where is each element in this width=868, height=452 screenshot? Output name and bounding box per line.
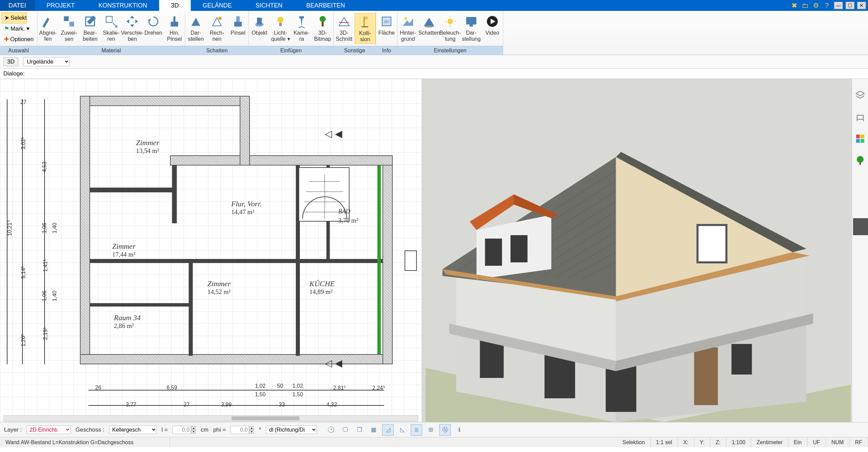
tool-abgreifen[interactable]: Abgrei-fen: [37, 13, 58, 43]
tool-bearbeiten[interactable]: Bear-beiten: [80, 13, 101, 43]
cubes-icon[interactable]: ❒: [354, 424, 365, 436]
tool-hintergrund[interactable]: Hinter-grund: [397, 13, 419, 43]
menu-3d[interactable]: 3D: [159, 0, 191, 11]
direction-select[interactable]: dl (Richtung/Di: [266, 425, 317, 434]
objekt-icon: [252, 14, 267, 29]
minimize-button[interactable]: —: [834, 2, 843, 9]
dim-label: 1,50: [292, 392, 303, 398]
phi-spinner[interactable]: ▲▼: [231, 426, 254, 434]
hinpinsel-icon: [167, 14, 182, 29]
horizontal-scrollbar[interactable]: [3, 415, 418, 421]
dim-label: 1,40: [52, 223, 58, 233]
ribbon-group-info: m²FlächeInfo: [376, 11, 397, 55]
tool-label: Skalie-ren: [103, 30, 120, 42]
svg-rect-75: [856, 135, 860, 138]
tool-3dbitmap[interactable]: 3D-Bitmap: [312, 13, 333, 43]
tool-lichtquelle[interactable]: Licht-quelle ▾: [270, 13, 291, 43]
folder-icon[interactable]: 🗀: [801, 1, 810, 10]
wall: [172, 166, 177, 223]
terrain-select[interactable]: Urgelände: [23, 57, 70, 66]
snap2-icon[interactable]: ◺: [396, 424, 408, 436]
svg-rect-80: [860, 162, 861, 165]
tool-pinsel[interactable]: Pinsel: [227, 13, 249, 37]
mark-button[interactable]: ⚑ Mark.▾: [1, 23, 30, 34]
tool-kamera[interactable]: Kame-ra: [291, 13, 312, 43]
tool-objekt[interactable]: Objekt: [249, 13, 270, 37]
beleuchtung-icon: [443, 14, 457, 29]
menu-konstruktion[interactable]: KONSTRUKTION: [87, 0, 159, 11]
tool-hinpinsel[interactable]: Hin.Pinsel: [164, 13, 185, 43]
tool-darstellung[interactable]: Dar-stellung: [461, 13, 482, 43]
ribbon-group-einfügen: ObjektLicht-quelle ▾Kame-ra3D-BitmapEinf…: [249, 11, 334, 55]
furniture-icon[interactable]: [854, 111, 866, 123]
tool-skalieren[interactable]: Skalie-ren: [101, 13, 122, 43]
tool-label: 3D-Schnitt: [336, 30, 353, 42]
3dschnitt-icon: [337, 14, 351, 29]
tool-icon[interactable]: ✖: [790, 1, 799, 10]
dim-label: 1,02: [255, 383, 266, 389]
tool-video[interactable]: Video: [482, 13, 503, 37]
svg-rect-65: [606, 364, 636, 412]
status-context: Wand AW-Bestand L=Konstruktion G=Dachges…: [0, 437, 170, 447]
svg-text:m²: m²: [384, 19, 389, 24]
lichtquelle-icon: [273, 14, 288, 29]
tool-label: Abgrei-fen: [39, 30, 57, 42]
clock-icon[interactable]: 🕑: [325, 424, 337, 436]
grid-icon[interactable]: ⊞: [425, 424, 437, 436]
dim-label: 2,15⁵: [42, 327, 49, 340]
snap1-icon[interactable]: ◿: [382, 424, 394, 436]
svg-rect-63: [480, 341, 504, 378]
color-stack-icon[interactable]: ▦: [368, 424, 379, 436]
tool-schatten2[interactable]: Schatten: [419, 13, 440, 37]
tool-label: Dar-stellung: [462, 30, 480, 42]
darstellung-icon: [464, 14, 478, 29]
layers-toggle-icon[interactable]: ≣: [411, 424, 422, 436]
layers-icon[interactable]: [854, 89, 866, 101]
tool-verschieben[interactable]: Verschie-ben: [122, 13, 143, 43]
palette-icon[interactable]: [854, 133, 866, 145]
close-button[interactable]: ✕: [857, 2, 866, 9]
window-controls: ✖ 🗀 ⚙ ? — ☐ ✕: [790, 0, 868, 11]
help-icon[interactable]: ?: [822, 1, 831, 10]
view-splitter[interactable]: [422, 79, 424, 422]
optionen-button[interactable]: ✚ Optionen: [1, 34, 34, 45]
menu-projekt[interactable]: PROJEKT: [35, 0, 87, 11]
view-sub-bar: 3D Urgelände: [0, 55, 868, 69]
tool-drehen[interactable]: Drehen: [143, 13, 164, 37]
layer-select[interactable]: 2D Einrichtı: [27, 425, 71, 434]
dim-label: 50: [277, 383, 283, 389]
side-drawer-tab[interactable]: [853, 218, 868, 235]
geschoss-select[interactable]: Kellergesch: [109, 425, 157, 434]
menu-datei[interactable]: DATEI: [0, 0, 35, 11]
tool-flaeche[interactable]: m²Fläche: [376, 13, 397, 37]
length-spinner[interactable]: ▲▼: [172, 426, 196, 434]
tree-icon[interactable]: [854, 154, 866, 167]
svg-rect-78: [861, 139, 864, 143]
svg-point-79: [857, 156, 864, 163]
tool-3dschnitt[interactable]: 3D-Schnitt: [334, 13, 355, 43]
view-2d[interactable]: ◁ ◀ ◁ ◀ Zimmer13,54 m²Flur, Vorr.14,47 m…: [0, 79, 422, 422]
north-icon[interactable]: Ⓝ: [439, 424, 451, 436]
dim-label: 4,32: [326, 402, 337, 408]
tool-darstellen[interactable]: Dar-stellen: [185, 13, 206, 43]
tool-kollision[interactable]: Kolli-sion: [355, 13, 376, 44]
svg-rect-3: [106, 16, 112, 22]
dim-label: 1,50: [255, 392, 266, 398]
tool-beleuchtung[interactable]: Beleuch-tung: [440, 13, 461, 43]
gear-icon[interactable]: ⚙: [812, 1, 820, 10]
menu-bearbeiten[interactable]: BEARBEITEN: [294, 0, 357, 11]
view-3d[interactable]: [424, 79, 852, 422]
svg-rect-67: [732, 344, 752, 375]
selekt-button[interactable]: ➤ Selekt: [1, 12, 27, 23]
info-icon[interactable]: ℹ: [454, 424, 465, 436]
svg-point-23: [404, 17, 407, 20]
monitor-icon[interactable]: 🖵: [339, 424, 351, 436]
room-area: 17,44 m²: [112, 251, 135, 258]
tool-zuweisen[interactable]: Zuwei-sen: [58, 13, 80, 43]
menu-sichten[interactable]: SICHTEN: [244, 0, 294, 11]
ribbon-label: Material: [37, 46, 185, 55]
tool-rechnen[interactable]: Rech-nen: [206, 13, 227, 43]
dialoge-label: Dialoge:: [3, 70, 24, 77]
menu-gelaende[interactable]: GELÄNDE: [191, 0, 244, 11]
maximize-button[interactable]: ☐: [846, 2, 854, 9]
